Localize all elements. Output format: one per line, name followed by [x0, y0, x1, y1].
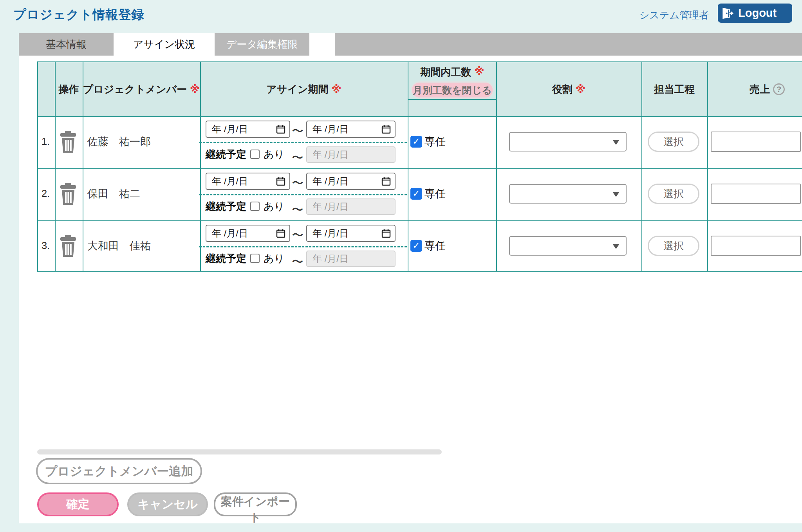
tilde-separator: 〜 [290, 202, 305, 218]
project-info-registration-page: プロジェクト情報登録 システム管理者 Logout 基本情報 アサイン状況 デー… [0, 0, 802, 532]
tilde-separator: 〜 [290, 254, 305, 270]
continuation-date-input-disabled: 年 /月/日 [306, 198, 396, 215]
header-member: プロジェクトメンバー※ [83, 62, 200, 116]
logout-door-icon [721, 7, 734, 20]
tab-bar-filler [335, 33, 802, 56]
role-select[interactable] [509, 132, 627, 151]
full-time-checkbox[interactable] [410, 240, 422, 252]
trash-icon [59, 235, 78, 257]
confirm-button[interactable]: 確定 [37, 492, 119, 516]
chevron-down-icon [612, 192, 620, 197]
continuation-label: 継続予定 [206, 200, 246, 213]
chevron-down-icon [612, 244, 620, 249]
continuation-checkbox[interactable] [250, 202, 260, 211]
row-number: 3. [37, 220, 54, 272]
continuation-option-label: あり [264, 252, 284, 265]
import-project-button[interactable]: 案件インポート [214, 492, 297, 516]
row-number: 2. [37, 168, 54, 220]
cancel-button[interactable]: キャンセル [127, 492, 208, 516]
period-end-date-input[interactable]: 年 /月/日 [306, 173, 396, 190]
page-title: プロジェクト情報登録 [13, 6, 145, 23]
required-mark: ※ [190, 83, 200, 96]
close-monthly-workload-button[interactable]: 月別工数を閉じる [411, 81, 494, 99]
process-select-button[interactable]: 選択 [648, 184, 699, 204]
delete-member-button[interactable] [54, 168, 82, 220]
user-role-label: システム管理者 [639, 9, 709, 22]
period-divider [199, 142, 407, 143]
period-end-date-input[interactable]: 年 /月/日 [306, 225, 396, 242]
tilde-separator: 〜 [290, 227, 305, 243]
calendar-icon [276, 124, 285, 134]
header-sales: 売上 ? [707, 62, 802, 116]
tab-bar: 基本情報 アサイン状況 データ編集権限 [19, 33, 309, 56]
member-name: 大和田 佳祐 [82, 220, 199, 272]
full-time-checkbox[interactable] [410, 136, 422, 148]
grid-line [408, 99, 497, 100]
process-select-button[interactable]: 選択 [648, 132, 699, 152]
full-time-label: 専任 [424, 187, 446, 201]
role-select[interactable] [509, 236, 627, 256]
header-period-workload: 期間内工数※ 月別工数を閉じる [408, 62, 497, 99]
header-process: 担当工程 [641, 62, 707, 116]
trash-icon [59, 131, 78, 153]
member-name: 佐藤 祐一郎 [82, 115, 199, 168]
tab-data-edit-permission[interactable]: データ編集権限 [215, 33, 309, 56]
table-row: 2. 保田 祐二 年 /月/日 〜 年 /月/日 継続予定 あり [37, 168, 802, 220]
horizontal-scrollbar[interactable] [37, 449, 442, 454]
tab-assign-status[interactable]: アサイン状況 [117, 33, 211, 56]
continuation-checkbox[interactable] [250, 150, 260, 159]
tab-basic-info[interactable]: 基本情報 [19, 33, 114, 56]
header-role: 役割※ [496, 62, 641, 116]
sales-input[interactable] [711, 184, 801, 204]
header-operation: 操作 [55, 62, 83, 116]
chevron-down-icon [612, 140, 620, 145]
full-time-label: 専任 [424, 135, 446, 149]
table-row: 3. 大和田 佳祐 年 /月/日 〜 年 /月/日 継続予定 あり [37, 220, 802, 272]
tilde-separator: 〜 [290, 175, 305, 191]
required-mark: ※ [474, 65, 484, 79]
continuation-checkbox[interactable] [250, 254, 260, 263]
member-name: 保田 祐二 [82, 168, 199, 220]
sales-input[interactable] [711, 132, 801, 152]
process-select-button[interactable]: 選択 [648, 236, 699, 256]
row-number: 1. [37, 115, 54, 168]
logout-label: Logout [738, 7, 777, 20]
required-mark: ※ [332, 83, 341, 96]
period-divider [199, 194, 407, 195]
period-start-date-input[interactable]: 年 /月/日 [206, 173, 290, 190]
delete-member-button[interactable] [54, 220, 82, 272]
calendar-icon [276, 177, 285, 186]
period-start-date-input[interactable]: 年 /月/日 [206, 121, 290, 138]
sales-input[interactable] [711, 236, 801, 256]
calendar-icon [276, 229, 285, 238]
tilde-separator: 〜 [290, 123, 305, 139]
period-divider [199, 246, 407, 247]
sales-help-icon[interactable]: ? [773, 83, 785, 95]
tilde-separator: 〜 [290, 150, 305, 166]
continuation-label: 継続予定 [206, 148, 246, 161]
continuation-option-label: あり [264, 148, 284, 161]
trash-icon [59, 183, 78, 205]
calendar-icon [381, 177, 391, 186]
table-row: 1. 佐藤 祐一郎 年 /月/日 〜 年 /月/日 継続予定 あり [37, 115, 802, 168]
continuation-date-input-disabled: 年 /月/日 [306, 251, 396, 267]
period-end-date-input[interactable]: 年 /月/日 [306, 121, 396, 138]
continuation-date-input-disabled: 年 /月/日 [306, 146, 396, 163]
calendar-icon [381, 124, 391, 134]
continuation-label: 継続予定 [206, 252, 246, 265]
period-start-date-input[interactable]: 年 /月/日 [206, 225, 290, 242]
add-member-button[interactable]: プロジェクトメンバー追加 [36, 458, 202, 484]
calendar-icon [381, 229, 391, 238]
role-select[interactable] [509, 184, 627, 204]
full-time-checkbox[interactable] [410, 188, 422, 200]
full-time-label: 専任 [424, 239, 446, 253]
required-mark: ※ [576, 83, 585, 96]
continuation-option-label: あり [264, 200, 284, 213]
logout-button[interactable]: Logout [718, 4, 792, 23]
delete-member-button[interactable] [54, 115, 82, 168]
header-assign-period: アサイン期間※ [200, 62, 408, 116]
